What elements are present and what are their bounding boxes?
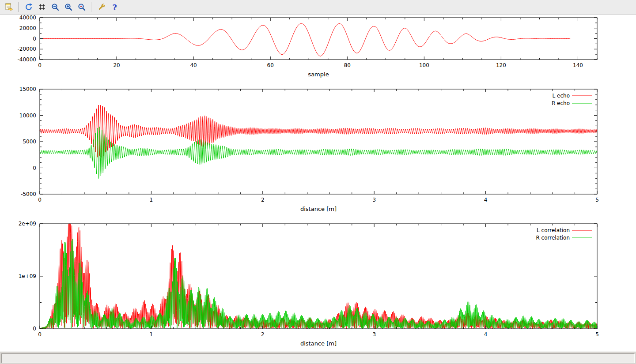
y-tick-label: 0 [33, 326, 36, 332]
x-axis-label: distance [m] [300, 340, 337, 347]
y-tick-label: -40000 [17, 56, 36, 63]
autoscale-icon [77, 3, 86, 11]
copy-to-clipboard-button[interactable] [3, 1, 15, 13]
refresh-icon [24, 3, 33, 11]
correlation-chart[interactable]: 01234501e+092e+09distance [m]L correlati… [19, 221, 599, 347]
x-tick-label: 140 [573, 62, 583, 68]
echo-chart[interactable]: 012345-5000050001000015000distance [m]L … [19, 86, 599, 212]
y-tick-label: 15000 [19, 86, 36, 92]
legend-label: R echo [552, 100, 570, 106]
toggle-grid-button[interactable] [36, 1, 48, 13]
legend-label: L correlation [537, 227, 570, 233]
autoscale-button[interactable] [76, 1, 87, 13]
x-tick-label: 0 [38, 197, 42, 203]
x-tick-label: 3 [372, 197, 376, 203]
y-tick-label: 1e+09 [19, 273, 36, 279]
question-mark-icon: ? [113, 4, 117, 11]
x-tick-label: 5 [595, 331, 599, 338]
signal-chart[interactable]: 020406080100120140-40000-200000200004000… [17, 15, 597, 78]
x-tick-label: 4 [484, 197, 488, 203]
wrench-icon [97, 3, 106, 11]
y-tick-label: 20000 [19, 25, 36, 31]
zoom-next-icon [64, 3, 73, 11]
plot-border [40, 89, 597, 194]
series-line [40, 105, 597, 158]
zoom-next-button[interactable] [62, 1, 74, 13]
zoom-previous-icon [51, 3, 60, 11]
y-tick-label: 0 [33, 36, 36, 42]
plot-canvas: 020406080100120140-40000-200000200004000… [0, 0, 636, 352]
x-tick-label: 0 [38, 331, 42, 338]
x-tick-label: 0 [38, 62, 42, 68]
y-tick-label: -5000 [21, 191, 36, 197]
x-tick-label: 3 [372, 331, 376, 338]
x-tick-label: 60 [267, 62, 274, 68]
help-button[interactable]: ? [109, 1, 121, 13]
x-tick-label: 20 [113, 62, 120, 68]
replot-button[interactable] [23, 1, 34, 13]
status-bar [0, 352, 636, 364]
toolbar: ? [0, 0, 636, 15]
y-tick-label: 10000 [19, 113, 36, 119]
clipboard-icon [4, 3, 13, 11]
grid-icon [38, 3, 46, 11]
x-axis-label: sample [308, 71, 329, 78]
legend-label: L echo [553, 93, 570, 99]
toolbar-separator [91, 2, 92, 12]
x-axis-label: distance [m] [300, 206, 337, 212]
x-tick-label: 4 [484, 331, 488, 338]
y-tick-label: 5000 [23, 139, 36, 145]
y-tick-label: -20000 [17, 46, 36, 52]
plot-border [40, 224, 597, 329]
x-tick-label: 40 [190, 62, 197, 68]
x-tick-label: 120 [496, 62, 506, 68]
zoom-previous-button[interactable] [49, 1, 61, 13]
x-tick-label: 1 [150, 331, 153, 338]
y-tick-label: 0 [33, 165, 36, 171]
series-line [40, 224, 597, 329]
legend-label: R correlation [536, 235, 570, 241]
toolbar-separator [18, 2, 19, 12]
x-tick-label: 2 [261, 331, 265, 338]
x-tick-label: 2 [261, 197, 265, 203]
x-tick-label: 100 [419, 62, 429, 68]
y-tick-label: 40000 [19, 15, 36, 21]
settings-button[interactable] [95, 1, 107, 13]
x-tick-label: 1 [150, 197, 153, 203]
y-tick-label: 2e+09 [19, 221, 36, 227]
series-line [40, 24, 570, 56]
status-field [1, 353, 635, 363]
x-tick-label: 80 [344, 62, 351, 68]
x-tick-label: 5 [595, 197, 599, 203]
